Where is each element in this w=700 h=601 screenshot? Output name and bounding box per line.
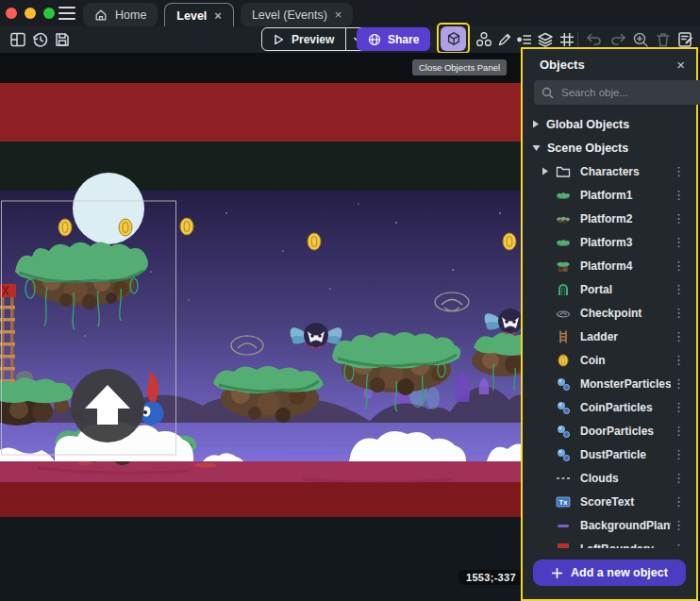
share-button[interactable]: Share xyxy=(357,27,430,51)
object-menu-button[interactable]: ⋮ xyxy=(671,448,687,460)
object-item-platform2[interactable]: Platform2⋮ xyxy=(523,207,696,230)
object-label: Ladder xyxy=(580,330,671,343)
window-controls[interactable] xyxy=(6,8,55,19)
object-groups-icon[interactable] xyxy=(474,29,494,50)
jump-button-overlay[interactable] xyxy=(71,369,144,442)
edit-icon[interactable] xyxy=(494,29,515,50)
object-item-platform1[interactable]: Platform1⋮ xyxy=(523,183,696,207)
search-icon xyxy=(542,87,554,99)
tab-label: Level xyxy=(176,9,207,23)
object-item-doorparticles[interactable]: DoorParticles⋮ xyxy=(523,419,696,442)
object-item-coin[interactable]: Coin⋮ xyxy=(523,348,696,372)
object-item-checkpoint[interactable]: Checkpoint⋮ xyxy=(523,301,696,325)
tab-label: Home xyxy=(115,8,146,22)
panels-icon[interactable] xyxy=(8,29,28,50)
objects-panel-icon[interactable] xyxy=(441,26,466,51)
platform-thumb2 xyxy=(555,211,572,226)
coin-thumb xyxy=(555,353,572,368)
chevron-down-icon xyxy=(532,144,541,152)
platform-thumb xyxy=(555,188,572,203)
share-label: Share xyxy=(388,33,419,46)
titlebar: Home Level × Level (Events) × xyxy=(0,0,700,26)
objects-tree: Global Objects Scene Objects Characters⋮… xyxy=(523,109,696,548)
object-label: Platform1 xyxy=(580,189,671,202)
objects-panel-header: Objects × xyxy=(523,49,696,76)
object-menu-button[interactable]: ⋮ xyxy=(671,236,687,248)
preview-label: Preview xyxy=(292,33,334,46)
object-menu-button[interactable]: ⋮ xyxy=(671,354,687,366)
history-icon[interactable] xyxy=(30,29,51,50)
object-item-characters[interactable]: Characters⋮ xyxy=(523,159,696,183)
object-item-portal[interactable]: Portal⋮ xyxy=(523,277,696,301)
object-item-leftboundary[interactable]: LeftBoundary⋮ xyxy=(523,537,696,548)
main-menu-icon[interactable] xyxy=(58,7,75,20)
cursor-coordinates-badge: 1553;-337 xyxy=(458,570,524,585)
object-item-clouds[interactable]: Clouds⋮ xyxy=(523,466,696,490)
object-item-backgroundplants[interactable]: BackgroundPlants⋮ xyxy=(523,513,696,537)
close-window-icon[interactable] xyxy=(6,8,17,19)
scene-margin-bottom xyxy=(0,517,525,601)
close-tab-icon[interactable]: × xyxy=(214,9,222,22)
group-scene-objects[interactable]: Scene Objects xyxy=(523,136,696,159)
object-item-scoretext[interactable]: TxScoreText⋮ xyxy=(523,490,696,513)
object-item-coinparticles[interactable]: CoinParticles⋮ xyxy=(523,395,696,419)
folder-icon xyxy=(555,165,572,178)
object-item-dustparticle[interactable]: DustParticle⋮ xyxy=(523,442,696,466)
object-item-ladder[interactable]: Ladder⋮ xyxy=(523,325,696,348)
plants-thumb xyxy=(555,518,572,533)
panel-title: Objects xyxy=(540,58,676,72)
particles-thumb xyxy=(555,376,572,392)
particles-thumb xyxy=(555,447,572,462)
text-thumb: Tx xyxy=(555,494,572,509)
close-panel-icon[interactable]: × xyxy=(676,58,685,72)
object-menu-button[interactable]: ⋮ xyxy=(671,519,687,531)
object-menu-button[interactable]: ⋮ xyxy=(671,283,687,295)
object-label: Clouds xyxy=(580,472,671,485)
object-menu-button[interactable]: ⋮ xyxy=(671,377,687,390)
moon[interactable] xyxy=(73,173,144,244)
tab-home[interactable]: Home xyxy=(83,3,158,26)
object-menu-button[interactable]: ⋮ xyxy=(671,472,687,484)
object-menu-button[interactable]: ⋮ xyxy=(671,495,687,508)
zoom-window-icon[interactable] xyxy=(43,8,55,19)
object-menu-button[interactable]: ⋮ xyxy=(671,212,687,225)
home-icon xyxy=(94,8,108,22)
add-object-button[interactable]: Add a new object xyxy=(533,559,686,586)
object-label: MonsterParticles xyxy=(580,377,671,391)
tab-label: Level (Events) xyxy=(252,8,327,22)
object-menu-button[interactable]: ⋮ xyxy=(671,165,687,177)
object-item-platform3[interactable]: Platform3⋮ xyxy=(523,230,696,254)
top-boundary[interactable] xyxy=(0,83,525,142)
close-tab-icon[interactable]: × xyxy=(335,8,342,21)
svg-text:Tx: Tx xyxy=(559,498,569,507)
object-label: Coin xyxy=(580,354,671,367)
minimize-window-icon[interactable] xyxy=(25,8,36,19)
object-menu-button[interactable]: ⋮ xyxy=(671,425,687,437)
chevron-right-icon[interactable] xyxy=(542,167,555,175)
object-menu-button[interactable]: ⋮ xyxy=(671,189,687,201)
checkpoint-thumb xyxy=(555,306,572,321)
object-item-platform4[interactable]: Platform4⋮ xyxy=(523,254,696,277)
object-menu-button[interactable]: ⋮ xyxy=(671,330,687,342)
save-icon[interactable] xyxy=(52,29,73,50)
upper-dark-band xyxy=(0,142,525,191)
tooltip: Close Objects Panel xyxy=(412,59,507,75)
object-menu-button[interactable]: ⋮ xyxy=(671,543,687,548)
object-label: LeftBoundary xyxy=(580,543,671,549)
object-label: Platform4 xyxy=(580,259,671,273)
object-item-monsterparticles[interactable]: MonsterParticles⋮ xyxy=(523,372,696,395)
object-menu-button[interactable]: ⋮ xyxy=(671,259,687,272)
bottom-boundary[interactable] xyxy=(0,482,525,517)
object-menu-button[interactable]: ⋮ xyxy=(671,307,687,319)
portal-thumb xyxy=(555,282,572,297)
object-label: Checkpoint xyxy=(580,307,671,320)
tab-level-events[interactable]: Level (Events) × xyxy=(241,3,354,26)
group-global-objects[interactable]: Global Objects xyxy=(523,112,696,136)
tab-level[interactable]: Level × xyxy=(164,3,234,27)
search-input[interactable] xyxy=(559,86,700,99)
search-box[interactable] xyxy=(534,80,700,105)
scene-editor-canvas[interactable] xyxy=(0,53,525,601)
object-label: BackgroundPlants xyxy=(580,519,671,532)
object-menu-button[interactable]: ⋮ xyxy=(671,401,687,413)
preview-button[interactable]: Preview xyxy=(261,27,370,51)
